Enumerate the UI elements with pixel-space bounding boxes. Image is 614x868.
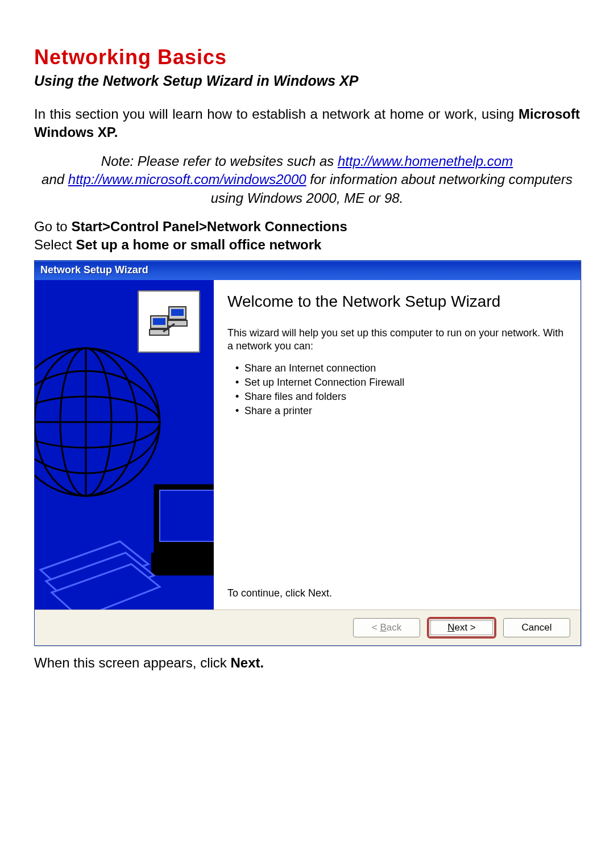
list-item: Set up Internet Connection Firewall [235,375,567,390]
list-item: Share a printer [235,404,567,418]
instr1-a: Go to [34,219,71,234]
back-suffix: ack [387,622,401,633]
note-link-1[interactable]: http://www.homenethelp.com [338,153,513,169]
wizard-titlebar[interactable]: Network Setup Wizard [35,261,580,280]
back-prefix: < [372,622,380,633]
wizard-feature-list: Share an Internet connection Set up Inte… [227,361,567,419]
next-mnemonic: N [447,622,454,633]
wizard-heading: Welcome to the Network Setup Wizard [227,293,567,311]
instruction-1: Go to Start>Control Panel>Network Connec… [34,218,580,254]
after-a: When this screen appears, click [34,655,230,670]
wizard-side-graphic [35,280,214,610]
page-subtitle: Using the Network Setup Wizard in Window… [34,73,580,89]
after-b: Next. [230,655,264,670]
note-link-2[interactable]: http://www.microsoft.com/windows2000 [68,172,306,187]
wizard-main: Welcome to the Network Setup Wizard This… [214,280,580,610]
svg-rect-14 [153,318,165,325]
wizard-description: This wizard will help you set up this co… [227,327,567,353]
document-page: Networking Basics Using the Network Setu… [0,0,614,705]
svg-rect-17 [171,309,184,316]
intro-paragraph: In this section you will learn how to es… [34,105,580,142]
network-computers-icon [146,299,192,344]
svg-rect-9 [151,553,214,575]
intro-text: In this section you will learn how to es… [34,106,518,122]
next-button[interactable]: Next > [428,618,495,637]
network-icon-card [138,290,200,353]
list-item: Share files and folders [235,390,567,404]
instr2-a: Select [34,237,76,252]
back-mnemonic: B [380,622,386,633]
note-block: Note: Please refer to websites such as h… [34,152,580,207]
svg-rect-18 [168,320,187,326]
cancel-button[interactable]: Cancel [503,618,570,637]
wizard-continue-text: To continue, click Next. [227,559,567,599]
note-prefix: Note: Please refer to websites such as [101,153,338,169]
list-item: Share an Internet connection [235,361,567,375]
note-mid: and [42,172,68,187]
wizard-body: Welcome to the Network Setup Wizard This… [35,280,580,610]
instr1-b: Start>Control Panel>Network Connections [71,219,347,234]
next-suffix: ext > [454,622,475,633]
wizard-window: Network Setup Wizard [34,260,581,646]
instr2-b: Set up a home or small office network [76,237,321,252]
svg-rect-8 [160,490,214,541]
after-screenshot-text: When this screen appears, click Next. [34,655,580,671]
page-title: Networking Basics [34,45,580,69]
wizard-footer: < Back Next > Cancel [35,610,580,645]
back-button[interactable]: < Back [353,618,420,637]
